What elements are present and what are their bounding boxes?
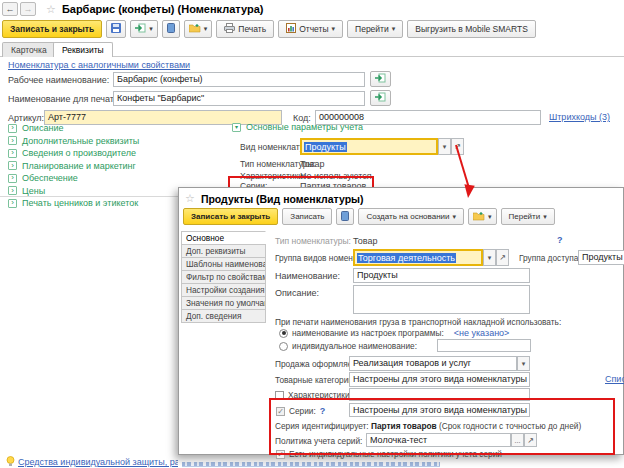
copy-from-dropdown-button[interactable]: ▾	[130, 20, 158, 38]
expand-icon: ›	[8, 124, 17, 133]
clipped-link-text	[182, 462, 440, 467]
vid-nomenklatury-value: Продукты	[304, 142, 347, 152]
section-planirovanie[interactable]: ›Планирование и маркетинг	[8, 160, 139, 172]
dlg-group-combo[interactable]: Торговая деятельность ▾ ↗	[353, 249, 509, 266]
section-tseny[interactable]: ›Цены	[8, 185, 139, 197]
back-button[interactable]: ←	[2, 2, 18, 16]
save-close-button[interactable]: Записать и закрыть	[2, 20, 102, 38]
expand-icon: ›	[8, 149, 17, 158]
series-checkbox[interactable]: ✓	[276, 407, 285, 416]
open-link-button[interactable]: ↗	[524, 433, 537, 447]
categories-list-link[interactable]: Список	[605, 374, 624, 384]
dialog-goto-dropdown-button[interactable]: Перейти▾	[501, 208, 555, 225]
green-arrow-icon	[375, 73, 386, 85]
dlg-categories-input[interactable]: Настроены для этого вида номенклатуры	[349, 372, 530, 387]
dialog-save-button[interactable]: Записать	[282, 208, 332, 225]
dlg-access-input[interactable]: Продукты	[578, 250, 624, 265]
dlg-categories-label: Товарные категории:	[275, 375, 355, 385]
dialog-save-close-button[interactable]: Записать и закрыть	[183, 208, 278, 225]
barcodes-link[interactable]: Штрихкоды (3)	[549, 112, 610, 122]
series-help-link[interactable]: ?	[320, 406, 326, 416]
print-button[interactable]: Печать	[216, 20, 274, 38]
dlg-desc-label: Описание:	[275, 288, 319, 298]
mark-button[interactable]	[162, 20, 180, 38]
combo-dropdown-button[interactable]: ▾	[483, 249, 496, 266]
dialog-tab-filtr[interactable]: Фильтр по свойствам	[181, 270, 266, 284]
green-arrow-icon	[375, 92, 386, 104]
dlg-help-link[interactable]: ?	[557, 235, 563, 245]
radio-program-settings[interactable]	[279, 329, 288, 338]
nomenclature-kind-dialog: ☆ Продукты (Вид номенклатуры) Записать и…	[178, 187, 624, 455]
dlg-name-input[interactable]: Продукты	[353, 268, 530, 283]
floppy-icon	[111, 23, 121, 35]
pick-working-name-button[interactable]	[370, 71, 391, 87]
series-settings-input[interactable]: Настроены для этого вида номенклатуры	[349, 403, 530, 417]
section-pechat-tsennikov[interactable]: ›Печать ценников и этикеток	[8, 197, 139, 209]
dialog-tab-znacheniya[interactable]: Значения по умолчанию	[181, 296, 266, 310]
printer-icon	[224, 23, 235, 35]
attachments-dropdown-button[interactable]: ▾	[184, 20, 213, 38]
similar-nomenclature-link[interactable]: Номенклатура с аналогичными свойствами	[8, 60, 190, 70]
dialog-title: Продукты (Вид номенклатуры)	[201, 193, 364, 205]
bulb-icon	[6, 456, 15, 468]
params-header[interactable]: ▾ Основные параметры учета	[232, 121, 363, 133]
dropdown-caret: ▾	[488, 213, 492, 221]
working-name-input[interactable]: Барбарис (конфеты)	[113, 72, 365, 87]
print-name-input[interactable]: Конфеты "Барбарис"	[113, 91, 365, 106]
dialog-tab-shablony[interactable]: Шаблоны наименований	[181, 257, 266, 271]
dlg-type-value: Товар	[353, 236, 378, 246]
not-specified-link[interactable]: <не указано>	[454, 328, 510, 338]
characteristics-checkbox[interactable]	[275, 391, 284, 400]
ellipsis-button[interactable]: ...	[511, 433, 524, 447]
policy-label: Политика учета серий:	[275, 436, 362, 446]
mobile-smarts-button[interactable]: Выгрузить в Mobile SMARTS	[407, 20, 536, 38]
section-dop-rekvizity[interactable]: ›Дополнительные реквизиты	[8, 135, 139, 147]
kharakteristiki-value: Не используются	[300, 171, 372, 181]
dialog-mark-button[interactable]	[336, 208, 354, 225]
radio-individual-name-label: индивидуальное наименование:	[292, 341, 417, 351]
section-obespechenie[interactable]: ›Обеспечение	[8, 172, 139, 184]
combo-dropdown-button[interactable]: ▾	[517, 356, 530, 371]
dialog-tab-dop-rekvizity[interactable]: Доп. реквизиты	[181, 244, 266, 258]
expand-icon: ›	[8, 174, 17, 183]
dlg-desc-textarea[interactable]	[353, 285, 530, 314]
pick-print-name-button[interactable]	[370, 90, 391, 106]
forward-icon: →	[24, 4, 33, 14]
save-button[interactable]	[106, 20, 126, 38]
dialog-tab-nastroyki[interactable]: Настройки создания	[181, 283, 266, 297]
dialog-favorite-star-icon[interactable]: ☆	[185, 192, 195, 205]
forward-button[interactable]: →	[20, 2, 36, 16]
dlg-sale-combo[interactable]: Реализация товаров и услуг ▾	[349, 356, 530, 371]
open-link-button[interactable]: ↗	[496, 249, 509, 266]
tab-rekvizity[interactable]: Реквизиты	[53, 42, 113, 57]
vid-nomenklatury-combo[interactable]: Продукты ▾ ↗	[300, 138, 464, 155]
dlg-type-label: Тип номенклатуры:	[275, 236, 351, 246]
goto-dropdown-button[interactable]: Перейти▾	[347, 20, 403, 38]
dialog-create-based-button[interactable]: Создать на основании▾	[358, 208, 464, 225]
section-opisanie[interactable]: ›Описание	[8, 122, 139, 134]
reports-dropdown-button[interactable]: Отчеты▾	[278, 20, 343, 38]
dialog-tab-dop-svedeniya[interactable]: Доп. сведения	[181, 309, 266, 323]
collapse-icon: ▾	[232, 123, 241, 132]
green-arrow-icon	[135, 23, 146, 35]
kharakteristiki-label: Характеристики:	[240, 171, 305, 181]
blue-rect-icon	[341, 211, 349, 223]
annotation-arrow	[448, 140, 480, 202]
dialog-tab-osnovnoe[interactable]: Основное	[181, 231, 266, 245]
dropdown-caret: ▾	[149, 25, 153, 33]
dialog-attachments-dropdown-button[interactable]: ▾	[468, 208, 497, 225]
favorite-star-icon[interactable]: ☆	[46, 3, 56, 16]
expand-icon: ›	[8, 161, 17, 170]
series-checkbox-label: Серии:	[289, 406, 316, 416]
section-svedeniya-proizvoditel[interactable]: ›Сведения о производителе	[8, 147, 139, 159]
characteristics-input[interactable]	[349, 388, 530, 401]
radio-individual-name[interactable]	[279, 342, 288, 351]
print-name-label: Наименование для печати:	[8, 94, 122, 104]
tab-kartochka[interactable]: Карточка	[2, 42, 56, 57]
radio-program-settings-label: наименование из настроек программы:	[292, 328, 444, 338]
footer-protection-link[interactable]: Средства индивидуальной защиты, расходны…	[18, 457, 178, 467]
individual-name-input[interactable]	[437, 339, 531, 352]
policy-combo[interactable]: Молочка-тест ... ↗	[366, 433, 537, 447]
expand-icon: ›	[8, 136, 17, 145]
individual-policy-checkbox[interactable]: ✓	[276, 450, 285, 459]
